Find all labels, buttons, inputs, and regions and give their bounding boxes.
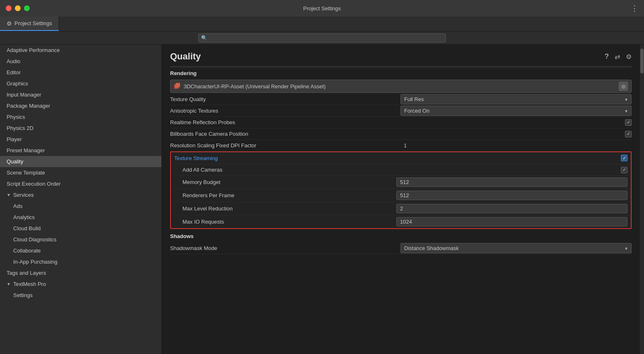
shadowmask-mode-row: Shadowmask Mode Distance Shadowmask ▼ <box>170 243 632 254</box>
resolution-scaling-value: 1 <box>400 141 632 150</box>
texture-quality-row: Texture Quality Full Res ▼ <box>170 94 632 105</box>
sidebar-scroll[interactable]: Adaptive Performance Audio Editor Graphi… <box>0 45 161 354</box>
texture-streaming-header-row: Texture Streaming <box>171 152 631 164</box>
resolution-scaling-label: Resolution Scaling Fixed DPI Factor <box>170 141 400 150</box>
scrollbar-thumb[interactable] <box>640 49 644 73</box>
sidebar-item-settings[interactable]: Settings <box>0 290 161 301</box>
sidebar-item-adaptive-performance[interactable]: Adaptive Performance <box>0 45 161 56</box>
tab-project-settings[interactable]: ⚙ Project Settings <box>0 17 59 31</box>
content-header: Quality ? ⇄ ⚙ <box>162 45 640 66</box>
billboards-face-camera-row: Billboards Face Camera Position <box>170 128 632 140</box>
chevron-down-icon: ▼ <box>7 193 11 197</box>
anisotropic-textures-value: Forced On ▼ <box>400 106 632 116</box>
search-bar: 🔍 <box>0 31 644 45</box>
sidebar-item-physics[interactable]: Physics <box>0 111 161 123</box>
sidebar-item-in-app-purchasing[interactable]: In-App Purchasing <box>0 256 161 267</box>
resolution-scaling-row: Resolution Scaling Fixed DPI Factor 1 <box>170 140 632 151</box>
window-title: Project Settings <box>303 5 341 12</box>
sidebar-item-player[interactable]: Player <box>0 134 161 145</box>
sidebar-item-analytics[interactable]: Analytics <box>0 212 161 223</box>
texture-streaming-label[interactable]: Texture Streaming <box>174 155 621 161</box>
sidebar-item-physics-2d[interactable]: Physics 2D <box>0 123 161 134</box>
max-level-reduction-row: Max Level Reduction <box>171 202 631 215</box>
shadows-section: Shadows Shadowmask Mode Distance Shadowm… <box>170 233 632 254</box>
sidebar-item-editor[interactable]: Editor <box>0 67 161 78</box>
sidebar-item-package-manager[interactable]: Package Manager <box>0 100 161 111</box>
sidebar-item-quality[interactable]: Quality <box>0 156 161 167</box>
pipeline-asset-row: 3DCharacterUI-RP-Asset (Universal Render… <box>170 80 632 93</box>
pipeline-asset-icon <box>174 83 181 90</box>
gear-icon: ⚙ <box>7 20 12 27</box>
renderers-per-frame-label: Renderers Per Frame <box>182 192 396 198</box>
shadowmask-mode-label: Shadowmask Mode <box>170 243 400 253</box>
memory-budget-label: Memory Budget <box>182 179 396 185</box>
rendering-section-label: Rendering <box>170 70 632 76</box>
sidebar-item-cloud-diagnostics[interactable]: Cloud Diagnostics <box>0 234 161 245</box>
sliders-icon[interactable]: ⇄ <box>615 53 620 61</box>
max-io-requests-label: Max IO Requests <box>182 219 396 225</box>
billboards-face-camera-label: Billboards Face Camera Position <box>170 129 625 139</box>
sidebar-item-services[interactable]: ▼ Services <box>0 189 161 201</box>
add-all-cameras-checkbox[interactable] <box>621 167 627 173</box>
tab-label: Project Settings <box>14 20 52 26</box>
realtime-reflection-probes-checkbox[interactable] <box>625 119 632 126</box>
renderers-per-frame-row: Renderers Per Frame <box>171 189 631 202</box>
billboards-face-camera-checkbox[interactable] <box>625 131 632 137</box>
sidebar-item-preset-manager[interactable]: Preset Manager <box>0 145 161 156</box>
realtime-reflection-probes-label: Realtime Reflection Probes <box>170 118 625 127</box>
sidebar-item-cloud-build[interactable]: Cloud Build <box>0 223 161 234</box>
right-scrollbar[interactable] <box>640 45 644 354</box>
sidebar-item-script-execution-order[interactable]: Script Execution Order <box>0 178 161 189</box>
pipeline-asset-name: 3DCharacterUI-RP-Asset (Universal Render… <box>184 83 619 90</box>
gear-icon[interactable]: ⚙ <box>626 53 632 61</box>
header-icons: ? ⇄ ⚙ <box>605 52 632 61</box>
sidebar-item-audio[interactable]: Audio <box>0 56 161 67</box>
anisotropic-textures-label: Anisotropic Textures <box>170 106 400 116</box>
texture-streaming-checkbox[interactable] <box>621 155 627 161</box>
svg-rect-2 <box>175 84 179 88</box>
scroll-indicator <box>170 66 632 68</box>
sidebar-item-collaborate[interactable]: Collaborate <box>0 245 161 256</box>
realtime-reflection-probes-row: Realtime Reflection Probes <box>170 117 632 128</box>
tab-bar: ⚙ Project Settings <box>0 17 644 31</box>
anisotropic-textures-dropdown[interactable]: Forced On <box>400 106 632 116</box>
anisotropic-textures-dropdown-wrapper: Forced On ▼ <box>400 106 632 116</box>
memory-budget-row: Memory Budget <box>171 175 631 189</box>
minimize-button[interactable] <box>15 5 21 11</box>
memory-budget-input[interactable] <box>396 177 627 187</box>
title-bar: Project Settings ⋮ <box>0 0 644 17</box>
texture-quality-value: Full Res ▼ <box>400 94 632 104</box>
max-io-requests-input[interactable] <box>396 217 627 227</box>
sidebar-item-ads[interactable]: Ads <box>0 201 161 212</box>
texture-quality-dropdown[interactable]: Full Res <box>400 94 632 104</box>
texture-quality-dropdown-wrapper: Full Res ▼ <box>400 94 632 104</box>
sidebar-item-scene-template[interactable]: Scene Template <box>0 167 161 178</box>
close-button[interactable] <box>6 5 12 11</box>
main-content: Adaptive Performance Audio Editor Graphi… <box>0 45 644 354</box>
search-input[interactable] <box>198 33 446 42</box>
shadowmask-mode-value: Distance Shadowmask ▼ <box>400 243 632 253</box>
pipeline-target-button[interactable]: ◎ <box>619 82 628 91</box>
add-all-cameras-row: Add All Cameras <box>171 164 631 175</box>
max-level-reduction-input[interactable] <box>396 204 627 213</box>
sidebar-item-input-manager[interactable]: Input Manager <box>0 89 161 100</box>
add-all-cameras-label: Add All Cameras <box>182 167 621 173</box>
shadows-section-label: Shadows <box>170 233 632 239</box>
shadowmask-mode-dropdown-wrapper: Distance Shadowmask ▼ <box>400 243 632 253</box>
settings-scroll[interactable]: Rendering 3DCharacterUI-RP-Asset (Univer… <box>162 66 640 354</box>
maximize-button[interactable] <box>24 5 30 11</box>
shadowmask-mode-dropdown[interactable]: Distance Shadowmask <box>400 243 632 253</box>
window-controls <box>6 5 30 11</box>
sidebar-item-tags-and-layers[interactable]: Tags and Layers <box>0 267 161 278</box>
sidebar-item-textmesh-pro[interactable]: ▼ TextMesh Pro <box>0 278 161 290</box>
content-panel: Quality ? ⇄ ⚙ Rendering <box>162 45 640 354</box>
texture-streaming-section: Texture Streaming Add All Cameras Memory… <box>170 151 632 229</box>
max-io-requests-row: Max IO Requests <box>171 215 631 228</box>
billboards-face-camera-value <box>625 131 632 137</box>
menu-icon[interactable]: ⋮ <box>631 4 638 13</box>
resolution-scaling-text: 1 <box>400 141 632 150</box>
help-icon[interactable]: ? <box>605 52 609 61</box>
page-title: Quality <box>170 51 201 62</box>
renderers-per-frame-input[interactable] <box>396 191 627 200</box>
sidebar-item-graphics[interactable]: Graphics <box>0 78 161 89</box>
